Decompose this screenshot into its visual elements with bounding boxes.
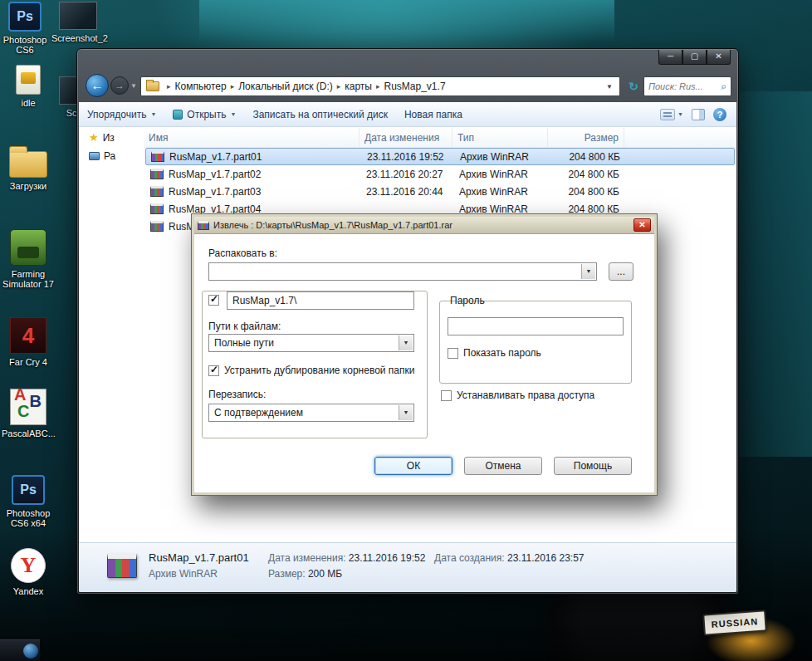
close-button[interactable]: ✕	[707, 50, 731, 65]
dialog-title: Извлечь : D:\карты\RusMap_v1.7\RusMap_v1…	[213, 220, 629, 230]
sidebar-item-desktop[interactable]: Ра	[79, 147, 144, 165]
dialog-title-bar[interactable]: Извлечь : D:\карты\RusMap_v1.7\RusMap_v1…	[194, 217, 654, 234]
chevron-down-icon[interactable]: ▼	[581, 264, 595, 279]
checkbox-checked-icon[interactable]	[208, 295, 219, 306]
help-button[interactable]: Помощь	[554, 457, 632, 475]
column-headers: Имя Дата изменения Тип Размер	[144, 128, 736, 148]
desktop-icon-label: Far Cry 4	[2, 357, 55, 367]
destination-path-combobox[interactable]: ▼	[208, 262, 597, 281]
table-row[interactable]: RusMap_v1.7.part02 23.11.2016 20:27 Архи…	[145, 165, 735, 183]
desktop-icon-label: Photoshop CS6 x64	[2, 508, 55, 528]
dedupe-label: Устранить дублирование корневой папки	[224, 365, 414, 376]
details-created: Дата создания: 23.11.2016 23:57	[434, 552, 585, 564]
password-group: Пароль	[439, 301, 632, 384]
pascalabc-icon: A B C	[10, 389, 46, 425]
access-rights-label: Устанавливать права доступа	[457, 389, 594, 401]
screenshot-thumbnail-icon	[59, 2, 97, 30]
start-orb-icon[interactable]	[23, 644, 38, 659]
chevron-down-icon[interactable]: ▼	[399, 335, 413, 350]
column-header-name[interactable]: Имя	[144, 128, 360, 147]
idle-icon	[16, 65, 41, 95]
preview-pane-button[interactable]	[692, 109, 705, 120]
breadcrumb-computer[interactable]: Компьютер	[174, 81, 228, 92]
column-header-type[interactable]: Тип	[452, 128, 548, 147]
file-size: 204 800 КБ	[550, 186, 626, 198]
checkbox-unchecked-icon[interactable]	[441, 390, 452, 401]
show-password-checkbox[interactable]: Показать пароль	[448, 347, 541, 359]
desktop-icon-yandex[interactable]: Y Yandex	[2, 548, 55, 596]
address-dropdown-icon[interactable]: ▼	[603, 83, 616, 91]
winrar-archive-icon	[107, 553, 137, 578]
details-modified: Дата изменения: 23.11.2016 19:52	[268, 552, 425, 564]
checkbox-checked-icon[interactable]	[208, 365, 219, 376]
desktop-label: Ра	[104, 150, 115, 162]
column-header-size[interactable]: Размер	[548, 128, 624, 147]
desktop-icon-label: Yandex	[2, 586, 55, 596]
desktop-icon-downloads[interactable]: Загрузки	[2, 151, 55, 191]
password-group-label: Пароль	[447, 295, 488, 306]
ok-button[interactable]: ОК	[374, 457, 452, 475]
access-rights-checkbox[interactable]: Устанавливать права доступа	[441, 389, 594, 401]
organize-menu[interactable]: Упорядочить ▼	[79, 109, 164, 120]
help-button[interactable]: ?	[713, 108, 726, 121]
folder-icon	[9, 151, 47, 178]
farcry4-icon: 4	[10, 317, 46, 354]
winrar-extract-dialog: Извлечь : D:\карты\RusMap_v1.7\RusMap_v1…	[191, 213, 658, 496]
password-field[interactable]	[448, 317, 624, 335]
desktop-icon-farcry4[interactable]: 4 Far Cry 4	[2, 317, 55, 367]
desktop-icon-idle[interactable]: idle	[2, 65, 55, 108]
breadcrumb-rusmap[interactable]: RusMap_v1.7	[383, 81, 448, 92]
breadcrumb-separator-icon: ▸	[228, 82, 237, 91]
minimize-button[interactable]: ─	[658, 50, 682, 65]
photoshop-icon: Ps	[8, 2, 42, 32]
breadcrumb-separator-icon: ▸	[335, 82, 344, 91]
change-view-button[interactable]: ▼	[660, 109, 683, 120]
winrar-archive-icon	[151, 151, 164, 162]
forward-button[interactable]: →	[110, 76, 129, 95]
file-paths-dropdown[interactable]: Полные пути ▼	[208, 334, 414, 352]
winrar-archive-icon	[150, 169, 164, 179]
breadcrumb-drive-d[interactable]: Локальный диск (D:)	[237, 81, 335, 92]
details-size-label: Размер:	[268, 568, 306, 580]
refresh-button[interactable]: ↻	[625, 78, 642, 95]
desktop-icon-label: PascalABC...	[2, 428, 55, 438]
target-folder-field[interactable]: RusMap_v1.7\	[227, 291, 414, 310]
file-paths-value: Полные пути	[214, 337, 274, 349]
file-size: 204 800 КБ	[550, 169, 626, 180]
chevron-down-icon[interactable]: ▼	[399, 405, 413, 420]
back-button[interactable]: ←	[86, 74, 109, 97]
desktop-icon-label: Farming Simulator 17	[2, 269, 55, 289]
details-size-value: 200 МБ	[308, 568, 342, 580]
taskbar-fragment[interactable]	[0, 639, 40, 661]
table-row[interactable]: RusMap_v1.7.part01 23.11.2016 19:52 Архи…	[145, 148, 735, 165]
desktop-icon-pascalabc[interactable]: A B C PascalABC...	[2, 389, 55, 438]
target-folder-checkbox[interactable]	[208, 295, 224, 306]
overwrite-mode-dropdown[interactable]: С подтверждением ▼	[208, 404, 414, 422]
maximize-button[interactable]: ▢	[682, 50, 707, 65]
column-header-modified[interactable]: Дата изменения	[360, 128, 452, 147]
breadcrumb-karty[interactable]: карты	[343, 81, 374, 92]
history-dropdown-icon[interactable]: ▼	[130, 82, 137, 90]
desktop-icon-screenshot2[interactable]: Screenshot_2	[51, 2, 105, 43]
open-menu[interactable]: Открыть ▼	[164, 109, 244, 120]
search-input[interactable]: Поиск: Rus... ⌕	[643, 76, 731, 96]
sidebar-item-favorites[interactable]: ★ Из	[79, 128, 144, 147]
breadcrumb-separator-icon: ▸	[374, 82, 383, 91]
address-bar[interactable]: ▸ Компьютер ▸ Локальный диск (D:) ▸ карт…	[140, 76, 620, 96]
browse-button[interactable]: ...	[609, 262, 633, 281]
burn-to-disc-button[interactable]: Записать на оптический диск	[244, 109, 396, 120]
desktop-icon-photoshop-x64[interactable]: Ps Photoshop CS6 x64	[2, 475, 55, 528]
details-created-label: Дата создания:	[434, 552, 505, 564]
star-icon: ★	[89, 131, 99, 144]
desktop-icon-farming-simulator[interactable]: Farming Simulator 17	[2, 229, 55, 289]
table-row[interactable]: RusMap_v1.7.part03 23.11.2016 20:44 Архи…	[145, 183, 735, 200]
checkbox-unchecked-icon[interactable]	[448, 348, 458, 359]
dedupe-root-checkbox[interactable]: Устранить дублирование корневой папки	[208, 365, 414, 376]
desktop-icon-photoshop[interactable]: Ps Photoshop CS6	[0, 2, 51, 55]
overwrite-mode-value: С подтверждением	[214, 407, 303, 419]
cancel-button[interactable]: Отмена	[464, 457, 542, 475]
desktop-icon-label: idle	[2, 98, 55, 108]
new-folder-button[interactable]: Новая папка	[396, 109, 471, 120]
search-icon[interactable]: ⌕	[721, 81, 726, 92]
dialog-close-button[interactable]: ✕	[633, 218, 651, 232]
